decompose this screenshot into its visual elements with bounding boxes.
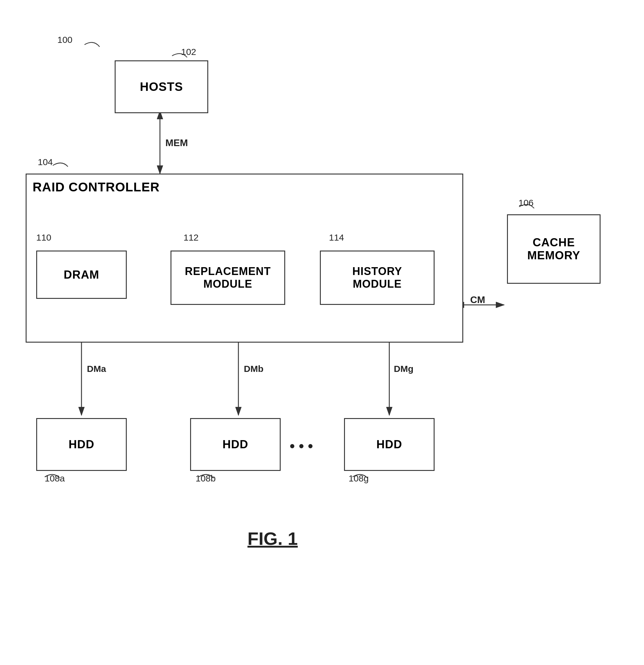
hdd-a-box: HDD bbox=[36, 418, 127, 471]
ref-110: 110 bbox=[36, 232, 51, 243]
ref-108a: 108a bbox=[45, 473, 65, 483]
ref-106: 106 bbox=[519, 198, 533, 208]
ref-104: 104 bbox=[38, 157, 53, 167]
dram-label: DRAM bbox=[64, 268, 99, 281]
history-module-label: HISTORY MODULE bbox=[352, 265, 402, 290]
cache-memory-label: CACHE MEMORY bbox=[527, 236, 580, 262]
ref-102: 102 bbox=[181, 47, 196, 57]
cm-label: CM bbox=[470, 294, 485, 305]
hdd-g-label: HDD bbox=[376, 438, 402, 451]
raid-controller-label: RAID CONTROLLER bbox=[33, 180, 160, 194]
replacement-module-label: REPLACEMENT MODULE bbox=[185, 265, 271, 290]
dmg-label: DMg bbox=[394, 364, 413, 374]
hdd-b-label: HDD bbox=[222, 438, 248, 451]
ref-108b: 108b bbox=[196, 473, 216, 483]
dram-box: DRAM bbox=[36, 250, 127, 299]
ref-108g: 108g bbox=[349, 473, 369, 483]
replacement-module-box: REPLACEMENT MODULE bbox=[171, 250, 285, 305]
hdd-g-box: HDD bbox=[344, 418, 434, 471]
hosts-label: HOSTS bbox=[140, 80, 183, 94]
dots: • • • bbox=[290, 438, 313, 454]
dmb-label: DMb bbox=[244, 364, 264, 374]
dma-label: DMa bbox=[87, 364, 106, 374]
mem-label: MEM bbox=[165, 137, 188, 149]
ref-112: 112 bbox=[183, 232, 199, 243]
hdd-b-box: HDD bbox=[190, 418, 281, 471]
history-module-box: HISTORY MODULE bbox=[320, 250, 434, 305]
ref-100: 100 bbox=[57, 35, 73, 45]
hosts-box: HOSTS bbox=[115, 60, 208, 113]
figure-label: FIG. 1 bbox=[248, 528, 298, 549]
diagram: 100 102 HOSTS 104 RAID CONTROLLER 110 DR… bbox=[0, 0, 644, 665]
cache-memory-box: CACHE MEMORY bbox=[507, 214, 601, 284]
ref-114: 114 bbox=[329, 232, 344, 243]
hdd-a-label: HDD bbox=[69, 438, 94, 451]
